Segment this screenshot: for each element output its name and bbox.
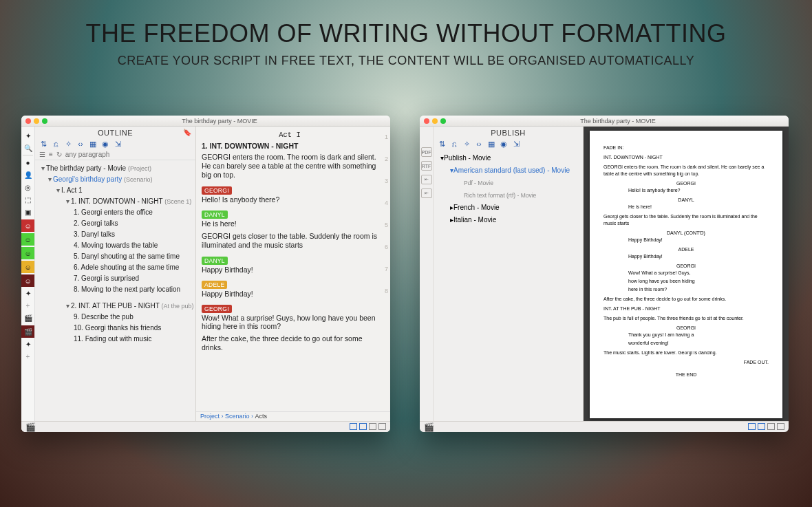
share-icon[interactable]: ‹› (475, 140, 483, 148)
status-bar: 🎬 (21, 421, 390, 432)
view-mode-switch[interactable] (746, 423, 784, 431)
eye-icon[interactable]: ◉ (101, 140, 109, 148)
rtf-icon[interactable]: RTF (421, 161, 432, 171)
tree-project[interactable]: ▾The birthday party - Movie (Project) (36, 163, 195, 174)
window-traffic-lights[interactable] (424, 118, 446, 124)
export-icon[interactable]: ⇲ (512, 140, 520, 148)
tree-beat[interactable]: 10. Georgi thanks his friends (36, 323, 195, 334)
tree-toggle-icon[interactable]: ⇅ (39, 140, 47, 148)
editor-pane[interactable]: Act I 1. INT. DOWNTOWN - NIGHT GEORGI en… (196, 127, 390, 432)
character-tag-danyl: DANYL (202, 211, 228, 219)
status-bar: 🎬 (420, 421, 789, 432)
grid-icon[interactable]: ▦ (487, 140, 495, 148)
rail-search-icon[interactable]: 🔍 (21, 142, 34, 154)
publish-format-american[interactable]: ▾American standard (last used) - Movie (435, 164, 580, 177)
rail-char-green-2[interactable]: ☺ (21, 247, 34, 259)
publish-format-italian[interactable]: ▸Italian - Movie (435, 214, 580, 226)
rail-clapper-icon[interactable]: 🎬 (21, 312, 34, 324)
pdf-icon[interactable]: PDF (421, 147, 432, 157)
rail-runner-2-icon[interactable]: ✦ (21, 287, 34, 299)
action-paragraph: The pub is full of people. The three fri… (603, 315, 769, 322)
window-titlebar[interactable]: The birthday party - MOVIE (420, 116, 789, 127)
rail-dot-icon[interactable]: ● (21, 156, 34, 169)
action-paragraph: GEORGI enters the room. The room is dark… (603, 164, 769, 177)
character-cue: DANYL (603, 197, 769, 204)
zoom-button[interactable] (440, 118, 446, 124)
export-icon[interactable]: ⇤ (421, 175, 432, 184)
tree-beat[interactable]: 1. Georgi enters the office (36, 207, 195, 218)
action-paragraph: GEORGI gets closer to the table. Suddenl… (202, 232, 378, 250)
rail-plus-1[interactable]: + (21, 299, 34, 312)
tree-scene-2[interactable]: ▾2. INT. AT THE PUB - NIGHT (At the pub) (36, 301, 195, 312)
tree-beat[interactable]: 4. Moving towards the table (36, 240, 195, 251)
window-title: The birthday party - MOVIE (53, 118, 386, 125)
outline-toolbar: ⇅ ⎌ ✧ ‹› ▦ ◉ ⇲ (35, 138, 195, 149)
publish-root[interactable]: ▾Publish - Movie (435, 152, 580, 164)
tree-beat[interactable]: 3. Danyl talks (36, 229, 195, 240)
zoom-button[interactable] (42, 118, 47, 124)
dialogue-line: Hello! Is anybody there? (202, 195, 378, 204)
filter-input[interactable] (65, 151, 141, 158)
rail-runner-icon[interactable]: ✦ (21, 129, 34, 142)
branch-icon[interactable]: ⎌ (450, 140, 458, 148)
dialogue-line: Happy Birthday! (202, 266, 378, 274)
character-tag-danyl: DANYL (202, 257, 228, 265)
tree-beat[interactable]: 8. Moving to the next party location (36, 284, 195, 295)
window-titlebar[interactable]: The birthday party - MOVIE (21, 116, 390, 127)
fade-in: FADE IN: (603, 144, 769, 151)
clapper-icon[interactable]: 🎬 (25, 422, 36, 432)
rail-camera-icon[interactable]: ▣ (21, 206, 34, 218)
tree-beat[interactable]: 5. Danyl shouting at the same time (36, 251, 195, 262)
tree-scene-1[interactable]: ▾1. INT. DOWNTOWN - NIGHT (Scene 1) (36, 196, 195, 207)
outline-pane: OUTLINE 🔖 ⇅ ⎌ ✧ ‹› ▦ ◉ ⇲ ☰ ≡ ↻ ▾The birt… (35, 127, 196, 432)
line-number-gutter: 12345678 (385, 133, 388, 294)
rail-runner-3-icon[interactable]: ✦ (21, 338, 34, 350)
tree-act-1[interactable]: ▾I. Act 1 (36, 185, 195, 196)
rail-char-green-1[interactable]: ☺ (21, 233, 34, 246)
publish-format-pdf[interactable]: Pdf - Movie (435, 177, 580, 189)
tree-beat[interactable]: 9. Describe the pub (36, 312, 195, 323)
branch-icon[interactable]: ⎌ (52, 140, 60, 148)
publish-format-french[interactable]: ▸French - Movie (435, 202, 580, 214)
filter-list-icon[interactable]: ☰ (39, 151, 45, 158)
outline-header: OUTLINE 🔖 (35, 127, 195, 138)
tree-beat[interactable]: 7. Georgi is surprised (36, 273, 195, 284)
tree-toggle-icon[interactable]: ⇅ (438, 140, 446, 148)
tree-beat[interactable]: 2. Georgi talks (36, 218, 195, 229)
character-cue: GEORGI (603, 263, 769, 270)
minimize-button[interactable] (34, 118, 39, 124)
share-icon[interactable]: ‹› (76, 140, 85, 148)
bookmark-icon[interactable]: 🔖 (183, 129, 192, 136)
rail-person-icon[interactable]: 👤 (21, 169, 34, 181)
nodes-icon[interactable]: ✧ (64, 140, 72, 148)
filter-refresh-icon[interactable]: ↻ (56, 151, 62, 158)
fade-out: FADE OUT. (603, 359, 769, 366)
tree-beat[interactable]: 11. Fading out with music (36, 334, 195, 345)
close-button[interactable] (424, 118, 429, 124)
character-tag-adele: ADELE (202, 281, 227, 289)
tree-scenario[interactable]: ▾Georgi's birthday party (Scenario) (36, 174, 195, 185)
publish-format-rtf[interactable]: Rich text format (rtf) - Movie (435, 189, 580, 202)
eye-icon[interactable]: ◉ (500, 140, 508, 148)
breadcrumb[interactable]: Project › Scenario › Acts (196, 411, 390, 421)
grid-icon[interactable]: ▦ (89, 140, 97, 148)
rail-pin-icon[interactable]: ◎ (21, 181, 34, 193)
rail-char-yellow[interactable]: ☺ (21, 261, 34, 273)
dialogue-line: here in this room? (628, 286, 744, 293)
tree-beat[interactable]: 6. Adele shouting at the same time (36, 262, 195, 273)
close-button[interactable] (25, 118, 31, 124)
clapper-icon[interactable]: 🎬 (424, 422, 434, 432)
export-icon[interactable]: ⇤ (421, 188, 432, 198)
rail-plus-2[interactable]: + (21, 350, 34, 363)
window-traffic-lights[interactable] (25, 118, 47, 124)
rail-char-dark[interactable]: ☺ (21, 274, 34, 287)
filter-lines-icon[interactable]: ≡ (49, 151, 53, 158)
hero-subtitle: CREATE YOUR SCRIPT IN FREE TEXT, THE CON… (0, 54, 812, 68)
nodes-icon[interactable]: ✧ (462, 140, 471, 148)
rail-char-red[interactable]: ☺ (21, 219, 34, 232)
minimize-button[interactable] (432, 118, 438, 124)
export-icon[interactable]: ⇲ (114, 140, 122, 148)
view-mode-switch[interactable] (348, 423, 386, 431)
rail-clapper-dark[interactable]: 🎬 (21, 325, 34, 338)
rail-location-icon[interactable]: ⬚ (21, 193, 34, 206)
